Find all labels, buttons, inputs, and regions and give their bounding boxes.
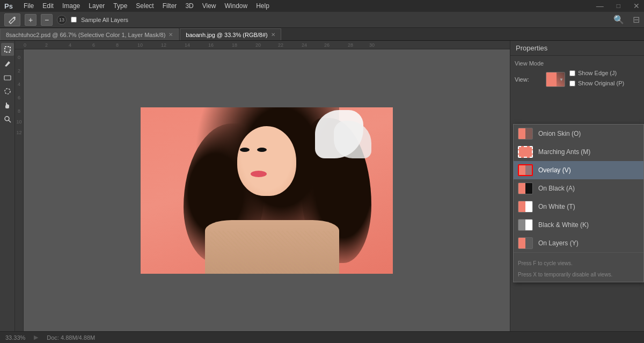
show-edge-row: Show Edge (J)	[569, 70, 640, 76]
dropdown-overlay[interactable]: Overlay (V)	[514, 161, 643, 179]
menu-help[interactable]: Help	[256, 2, 269, 10]
view-mode-section: View Mode View: ▼ Show Edge (J)	[515, 60, 640, 89]
zoom-tool[interactable]	[1, 113, 14, 126]
menu-layer[interactable]: Layer	[89, 2, 105, 10]
options-toolbar: + − 13 Sample All Layers 🔍 ⊟	[0, 12, 644, 28]
panel-title: Properties	[516, 44, 547, 52]
menu-filter[interactable]: Filter	[163, 2, 177, 10]
svg-point-4	[5, 116, 9, 121]
show-original-row: Show Original (P)	[569, 80, 640, 86]
menu-edit[interactable]: Edit	[42, 2, 54, 10]
doc-info: Doc: 4.88M/4.88M	[47, 334, 95, 341]
menu-window[interactable]: Window	[225, 2, 248, 10]
panel-content: View Mode View: ▼ Show Edge (J)	[510, 56, 644, 331]
menu-image[interactable]: Image	[62, 2, 80, 10]
right-panel: Properties View Mode View: ▼ Show Edge (…	[510, 41, 644, 331]
view-dropdown-menu: Onion Skin (O) Marching Ants (M) Overlay…	[513, 124, 644, 282]
tab-psd[interactable]: 8sachtuhoc2.psd @ 66.7% (Selective Color…	[0, 28, 179, 40]
menu-view[interactable]: View	[202, 2, 216, 10]
canvas-area: 0 2 4 6 8 10 12 14 16 18 20 22 24 26 28 …	[15, 41, 510, 331]
selection-tool[interactable]	[1, 43, 14, 56]
eraser-tool[interactable]	[1, 71, 14, 84]
ruler-top: 0 2 4 6 8 10 12 14 16 18 20 22 24 26 28 …	[15, 41, 510, 49]
svg-line-5	[9, 120, 11, 122]
dropdown-on-black[interactable]: On Black (A)	[514, 179, 643, 198]
on-black-label: On Black (A)	[538, 185, 575, 192]
search-icon[interactable]: 🔍	[613, 14, 624, 25]
dropdown-onion-skin[interactable]: Onion Skin (O)	[514, 125, 643, 143]
on-layers-label: On Layers (Y)	[538, 239, 579, 247]
tab-jpg-close[interactable]: ✕	[271, 32, 275, 38]
svg-point-0	[13, 17, 16, 19]
show-original-checkbox[interactable]	[569, 81, 575, 86]
menu-select[interactable]: Select	[136, 2, 153, 10]
image-canvas	[141, 107, 393, 274]
overlay-thumb	[518, 164, 533, 176]
lasso-tool[interactable]	[1, 85, 14, 98]
maximize-icon[interactable]: □	[617, 2, 620, 10]
panel-icon[interactable]: ⊟	[633, 14, 640, 25]
panel-header: Properties	[510, 41, 644, 56]
show-edge-checkbox[interactable]	[569, 70, 575, 76]
view-label: View:	[515, 76, 541, 83]
status-bar: 33.33% ▶ Doc: 4.88M/4.88M	[0, 331, 644, 343]
paint-tool[interactable]	[1, 57, 14, 70]
view-mode-label: View Mode	[515, 60, 640, 67]
overlay-label: Overlay (V)	[538, 166, 571, 174]
hint-f: Press F to cycle views.	[518, 259, 639, 267]
zoom-out-button[interactable]: −	[41, 14, 53, 26]
brush-size-display: 13	[57, 15, 67, 25]
svg-point-3	[5, 89, 10, 94]
dropdown-on-white[interactable]: On White (T)	[514, 198, 643, 216]
hand-tool[interactable]	[1, 99, 14, 112]
dropdown-on-layers[interactable]: On Layers (Y)	[514, 234, 643, 252]
tab-psd-label: 8sachtuhoc2.psd @ 66.7% (Selective Color…	[6, 32, 165, 38]
on-white-label: On White (T)	[538, 203, 575, 210]
brush-tool-icon[interactable]	[4, 13, 20, 26]
on-white-thumb	[518, 201, 533, 213]
ruler-left: 0 2 4 6 8 10 12	[15, 49, 24, 331]
svg-rect-1	[5, 47, 10, 52]
minimize-icon[interactable]: —	[596, 2, 604, 10]
view-preview-dropdown[interactable]: ▼	[546, 72, 565, 87]
dropdown-arrow-icon: ▼	[559, 77, 564, 82]
marching-ants-label: Marching Ants (M)	[538, 148, 590, 156]
menu-type[interactable]: Type	[113, 2, 127, 10]
view-mode-row: View: ▼ Show Edge (J) Show Original (P)	[515, 70, 640, 89]
onion-skin-label: Onion Skin (O)	[538, 130, 581, 137]
marching-ants-thumb	[518, 146, 533, 158]
zoom-level: 33.33%	[5, 334, 25, 341]
left-toolbar	[0, 41, 15, 331]
show-original-label: Show Original (P)	[578, 80, 624, 86]
app-logo: Ps	[4, 2, 13, 10]
black-white-thumb	[518, 219, 533, 231]
menu-3d[interactable]: 3D	[185, 2, 193, 10]
show-edge-label: Show Edge (J)	[578, 70, 617, 76]
close-icon[interactable]: ✕	[633, 2, 640, 10]
svg-rect-2	[4, 76, 11, 80]
sample-all-checkbox[interactable]	[71, 17, 77, 23]
sample-all-label: Sample All Layers	[81, 17, 128, 23]
onion-skin-thumb	[518, 128, 533, 140]
menu-file[interactable]: File	[24, 2, 34, 10]
tab-jpg[interactable]: baoanh.jpg @ 33.3% (RGB/8#) ✕	[180, 28, 281, 40]
zoom-in-button[interactable]: +	[25, 14, 36, 26]
dropdown-marching-ants[interactable]: Marching Ants (M)	[514, 143, 643, 161]
dropdown-black-white[interactable]: Black & White (K)	[514, 216, 643, 234]
canvas-content	[24, 49, 510, 331]
menu-bar: Ps File Edit Image Layer Type Select Fil…	[0, 0, 644, 12]
tab-psd-close[interactable]: ✕	[169, 32, 173, 38]
hint-x: Press X to temporarily disable all views…	[518, 271, 639, 279]
black-white-label: Black & White (K)	[538, 221, 589, 229]
tab-jpg-label: baoanh.jpg @ 33.3% (RGB/8#)	[186, 32, 267, 38]
tabs-row: 8sachtuhoc2.psd @ 66.7% (Selective Color…	[0, 28, 644, 41]
on-black-thumb	[518, 183, 533, 194]
on-layers-thumb	[518, 237, 533, 249]
